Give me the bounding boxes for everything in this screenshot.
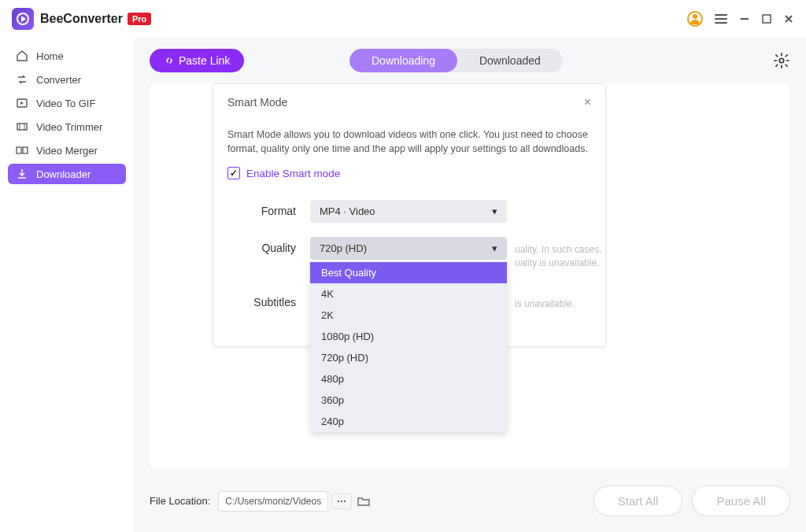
paste-link-button[interactable]: Paste Link bbox=[150, 49, 244, 72]
quality-option-best[interactable]: Best Quality bbox=[310, 262, 507, 283]
quality-option-4k[interactable]: 4K bbox=[310, 283, 507, 305]
sidebar: Home Converter Video To GIF Video Trimme… bbox=[0, 38, 134, 532]
menu-icon[interactable] bbox=[714, 12, 728, 26]
quality-label: Quality bbox=[227, 237, 310, 254]
account-icon[interactable] bbox=[687, 11, 703, 27]
pro-badge: Pro bbox=[128, 13, 151, 25]
caret-down-icon: ▾ bbox=[492, 205, 497, 217]
svg-rect-3 bbox=[17, 124, 27, 130]
converter-icon bbox=[16, 73, 28, 86]
quality-option-480p[interactable]: 480p bbox=[310, 368, 507, 390]
pause-all-button[interactable]: Pause All bbox=[692, 486, 790, 516]
quality-select[interactable]: 720p (HD) ▾ bbox=[310, 237, 507, 260]
checkbox-icon bbox=[227, 167, 240, 179]
sidebar-item-downloader[interactable]: Downloader bbox=[8, 164, 126, 184]
svg-rect-1 bbox=[763, 15, 771, 23]
sidebar-item-video-to-gif[interactable]: Video To GIF bbox=[8, 93, 126, 113]
svg-rect-4 bbox=[17, 147, 21, 153]
minimize-icon[interactable] bbox=[739, 13, 750, 24]
content-area: Smart Mode × Smart Mode allows you to do… bbox=[150, 83, 790, 468]
format-label: Format bbox=[227, 200, 310, 217]
quality-option-1080p[interactable]: 1080p (HD) bbox=[310, 326, 507, 347]
folder-icon[interactable] bbox=[357, 494, 371, 508]
quality-option-240p[interactable]: 240p bbox=[310, 411, 507, 432]
quality-option-720p[interactable]: 720p (HD) bbox=[310, 347, 507, 368]
sidebar-item-converter[interactable]: Converter bbox=[8, 69, 126, 90]
quality-option-2k[interactable]: 2K bbox=[310, 305, 507, 326]
gif-icon bbox=[16, 97, 28, 109]
format-select[interactable]: MP4 · Video ▾ bbox=[310, 200, 507, 223]
close-icon[interactable] bbox=[783, 13, 794, 24]
dialog-close-icon[interactable]: × bbox=[584, 95, 591, 109]
more-icon[interactable]: ⋯ bbox=[331, 493, 352, 509]
titlebar: BeeConverter Pro bbox=[0, 0, 806, 38]
sidebar-item-label: Video To GIF bbox=[36, 98, 95, 109]
sidebar-item-label: Video Trimmer bbox=[36, 121, 102, 133]
subtitles-label: Subtitles bbox=[227, 291, 310, 308]
sidebar-item-home[interactable]: Home bbox=[8, 46, 126, 66]
dialog-description: Smart Mode allows you to download videos… bbox=[227, 128, 591, 156]
svg-rect-5 bbox=[23, 147, 28, 153]
sidebar-item-video-merger[interactable]: Video Merger bbox=[8, 140, 126, 161]
quality-option-360p[interactable]: 360p bbox=[310, 390, 507, 411]
merger-icon bbox=[16, 144, 28, 157]
sidebar-item-label: Converter bbox=[36, 74, 81, 86]
smart-mode-dialog: Smart Mode × Smart Mode allows you to do… bbox=[213, 83, 606, 347]
sidebar-item-label: Downloader bbox=[36, 168, 91, 180]
settings-icon[interactable] bbox=[773, 52, 790, 69]
quality-dropdown: Best Quality 4K 2K 1080p (HD) 720p (HD) … bbox=[310, 262, 507, 432]
trimmer-icon bbox=[16, 120, 28, 133]
checkbox-label: Enable Smart mode bbox=[246, 168, 340, 179]
link-icon bbox=[164, 55, 175, 66]
sidebar-item-label: Home bbox=[36, 50, 64, 62]
caret-down-icon: ▾ bbox=[492, 242, 497, 254]
dialog-title: Smart Mode bbox=[227, 96, 287, 109]
tab-downloading[interactable]: Downloading bbox=[349, 49, 457, 72]
file-location-input[interactable] bbox=[218, 491, 328, 512]
quality-hint: uality. In such cases,uality is unavaila… bbox=[515, 243, 609, 270]
download-icon bbox=[16, 168, 28, 180]
maximize-icon[interactable] bbox=[761, 13, 772, 24]
subtitles-hint: is unavailable. bbox=[515, 298, 575, 309]
start-all-button[interactable]: Start All bbox=[593, 486, 683, 516]
home-icon bbox=[16, 50, 28, 62]
app-logo bbox=[12, 8, 34, 30]
file-location-label: File Location: bbox=[150, 495, 210, 507]
svg-point-6 bbox=[779, 58, 784, 63]
tabs: Downloading Downloaded bbox=[349, 49, 563, 72]
app-title: BeeConverter bbox=[40, 12, 123, 26]
enable-smart-mode-checkbox[interactable]: Enable Smart mode bbox=[227, 167, 591, 179]
sidebar-item-label: Video Merger bbox=[36, 145, 98, 157]
sidebar-item-video-trimmer[interactable]: Video Trimmer bbox=[8, 116, 126, 137]
tab-downloaded[interactable]: Downloaded bbox=[457, 49, 563, 72]
